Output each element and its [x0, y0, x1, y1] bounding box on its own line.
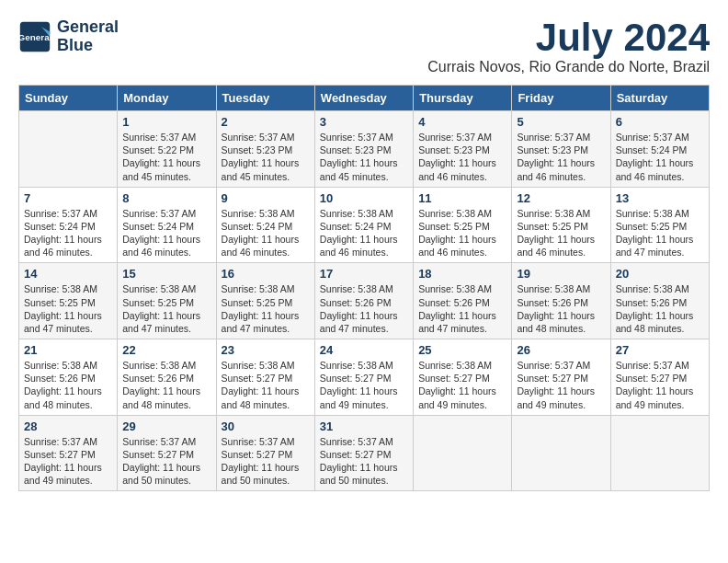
day-number: 1 — [122, 115, 210, 129]
day-info: Sunrise: 5:38 AM Sunset: 5:25 PM Dayligh… — [418, 207, 506, 259]
day-number: 29 — [122, 419, 210, 433]
calendar-cell — [19, 111, 118, 188]
calendar-cell: 8Sunrise: 5:37 AM Sunset: 5:24 PM Daylig… — [118, 187, 216, 263]
calendar-cell: 28Sunrise: 5:37 AM Sunset: 5:27 PM Dayli… — [19, 415, 118, 491]
day-info: Sunrise: 5:37 AM Sunset: 5:23 PM Dayligh… — [320, 131, 408, 183]
day-info: Sunrise: 5:38 AM Sunset: 5:26 PM Dayligh… — [320, 282, 408, 335]
calendar-cell: 2Sunrise: 5:37 AM Sunset: 5:23 PM Daylig… — [216, 111, 314, 188]
calendar-cell: 26Sunrise: 5:37 AM Sunset: 5:27 PM Dayli… — [512, 339, 610, 416]
day-info: Sunrise: 5:37 AM Sunset: 5:23 PM Dayligh… — [517, 131, 605, 183]
day-info: Sunrise: 5:37 AM Sunset: 5:24 PM Dayligh… — [24, 207, 112, 259]
calendar-cell: 11Sunrise: 5:38 AM Sunset: 5:25 PM Dayli… — [414, 187, 512, 263]
calendar-cell: 15Sunrise: 5:38 AM Sunset: 5:25 PM Dayli… — [118, 263, 216, 339]
day-info: Sunrise: 5:38 AM Sunset: 5:25 PM Dayligh… — [616, 207, 704, 259]
weekday-header: Monday — [118, 86, 216, 111]
day-info: Sunrise: 5:38 AM Sunset: 5:27 PM Dayligh… — [222, 359, 310, 411]
day-number: 7 — [24, 191, 112, 205]
calendar-cell: 7Sunrise: 5:37 AM Sunset: 5:24 PM Daylig… — [19, 187, 118, 263]
day-number: 11 — [418, 191, 506, 205]
day-number: 18 — [418, 267, 506, 281]
calendar-cell — [610, 415, 709, 491]
day-number: 10 — [320, 191, 408, 205]
calendar-cell: 9Sunrise: 5:38 AM Sunset: 5:24 PM Daylig… — [216, 187, 314, 263]
weekday-header: Wednesday — [314, 86, 413, 111]
day-info: Sunrise: 5:37 AM Sunset: 5:27 PM Dayligh… — [122, 435, 210, 488]
day-number: 4 — [418, 115, 506, 129]
calendar-cell: 12Sunrise: 5:38 AM Sunset: 5:25 PM Dayli… — [512, 187, 610, 263]
calendar-cell: 29Sunrise: 5:37 AM Sunset: 5:27 PM Dayli… — [118, 415, 216, 491]
day-info: Sunrise: 5:37 AM Sunset: 5:27 PM Dayligh… — [222, 435, 310, 488]
location-title: Currais Novos, Rio Grande do Norte, Braz… — [427, 59, 710, 75]
day-number: 20 — [616, 267, 704, 281]
weekday-header: Friday — [512, 86, 610, 111]
day-info: Sunrise: 5:37 AM Sunset: 5:24 PM Dayligh… — [122, 207, 210, 259]
calendar-cell: 23Sunrise: 5:38 AM Sunset: 5:27 PM Dayli… — [216, 339, 314, 416]
day-number: 15 — [122, 267, 210, 281]
weekday-header: Saturday — [610, 86, 709, 111]
day-info: Sunrise: 5:38 AM Sunset: 5:25 PM Dayligh… — [122, 282, 210, 335]
calendar-cell: 25Sunrise: 5:38 AM Sunset: 5:27 PM Dayli… — [414, 339, 512, 416]
day-info: Sunrise: 5:38 AM Sunset: 5:25 PM Dayligh… — [517, 207, 605, 259]
calendar-cell: 16Sunrise: 5:38 AM Sunset: 5:25 PM Dayli… — [216, 263, 314, 339]
day-info: Sunrise: 5:38 AM Sunset: 5:26 PM Dayligh… — [517, 282, 605, 335]
calendar-cell: 13Sunrise: 5:38 AM Sunset: 5:25 PM Dayli… — [610, 187, 709, 263]
day-info: Sunrise: 5:38 AM Sunset: 5:25 PM Dayligh… — [222, 282, 310, 335]
logo-icon: General — [18, 20, 51, 53]
day-number: 25 — [418, 343, 506, 357]
day-info: Sunrise: 5:38 AM Sunset: 5:26 PM Dayligh… — [24, 359, 112, 411]
day-number: 5 — [517, 115, 605, 129]
day-number: 17 — [320, 267, 408, 281]
calendar-cell: 6Sunrise: 5:37 AM Sunset: 5:24 PM Daylig… — [610, 111, 709, 188]
day-info: Sunrise: 5:37 AM Sunset: 5:24 PM Dayligh… — [616, 131, 704, 183]
calendar-cell: 18Sunrise: 5:38 AM Sunset: 5:26 PM Dayli… — [414, 263, 512, 339]
day-number: 23 — [222, 343, 310, 357]
day-number: 31 — [320, 419, 408, 433]
calendar-cell: 14Sunrise: 5:38 AM Sunset: 5:25 PM Dayli… — [19, 263, 118, 339]
day-number: 14 — [24, 267, 112, 281]
day-info: Sunrise: 5:38 AM Sunset: 5:26 PM Dayligh… — [418, 282, 506, 335]
day-info: Sunrise: 5:37 AM Sunset: 5:27 PM Dayligh… — [616, 359, 704, 411]
day-number: 9 — [222, 191, 310, 205]
month-title: July 2024 — [427, 18, 710, 57]
day-number: 21 — [24, 343, 112, 357]
calendar-cell: 27Sunrise: 5:37 AM Sunset: 5:27 PM Dayli… — [610, 339, 709, 416]
day-number: 22 — [122, 343, 210, 357]
day-info: Sunrise: 5:38 AM Sunset: 5:26 PM Dayligh… — [616, 282, 704, 335]
weekday-header: Thursday — [414, 86, 512, 111]
calendar-table: SundayMondayTuesdayWednesdayThursdayFrid… — [18, 85, 710, 491]
day-info: Sunrise: 5:37 AM Sunset: 5:27 PM Dayligh… — [320, 435, 408, 488]
calendar-cell — [414, 415, 512, 491]
day-info: Sunrise: 5:38 AM Sunset: 5:25 PM Dayligh… — [24, 282, 112, 335]
logo-text: General Blue — [57, 18, 119, 55]
day-info: Sunrise: 5:37 AM Sunset: 5:22 PM Dayligh… — [122, 131, 210, 183]
calendar-cell: 17Sunrise: 5:38 AM Sunset: 5:26 PM Dayli… — [314, 263, 413, 339]
calendar-cell: 5Sunrise: 5:37 AM Sunset: 5:23 PM Daylig… — [512, 111, 610, 188]
day-number: 8 — [122, 191, 210, 205]
calendar-cell: 31Sunrise: 5:37 AM Sunset: 5:27 PM Dayli… — [314, 415, 413, 491]
day-info: Sunrise: 5:37 AM Sunset: 5:23 PM Dayligh… — [222, 131, 310, 183]
calendar-cell: 19Sunrise: 5:38 AM Sunset: 5:26 PM Dayli… — [512, 263, 610, 339]
calendar-cell: 21Sunrise: 5:38 AM Sunset: 5:26 PM Dayli… — [19, 339, 118, 416]
calendar-cell: 4Sunrise: 5:37 AM Sunset: 5:23 PM Daylig… — [414, 111, 512, 188]
day-info: Sunrise: 5:38 AM Sunset: 5:26 PM Dayligh… — [122, 359, 210, 411]
day-number: 6 — [616, 115, 704, 129]
day-info: Sunrise: 5:38 AM Sunset: 5:24 PM Dayligh… — [320, 207, 408, 259]
day-number: 27 — [616, 343, 704, 357]
calendar-cell: 20Sunrise: 5:38 AM Sunset: 5:26 PM Dayli… — [610, 263, 709, 339]
svg-text:General: General — [18, 31, 51, 41]
weekday-header: Sunday — [19, 86, 118, 111]
day-info: Sunrise: 5:38 AM Sunset: 5:24 PM Dayligh… — [222, 207, 310, 259]
day-info: Sunrise: 5:38 AM Sunset: 5:27 PM Dayligh… — [320, 359, 408, 411]
day-info: Sunrise: 5:37 AM Sunset: 5:27 PM Dayligh… — [24, 435, 112, 488]
day-number: 16 — [222, 267, 310, 281]
calendar-cell: 22Sunrise: 5:38 AM Sunset: 5:26 PM Dayli… — [118, 339, 216, 416]
calendar-cell: 10Sunrise: 5:38 AM Sunset: 5:24 PM Dayli… — [314, 187, 413, 263]
day-number: 13 — [616, 191, 704, 205]
weekday-header: Tuesday — [216, 86, 314, 111]
day-number: 19 — [517, 267, 605, 281]
calendar-cell: 3Sunrise: 5:37 AM Sunset: 5:23 PM Daylig… — [314, 111, 413, 188]
calendar-cell: 1Sunrise: 5:37 AM Sunset: 5:22 PM Daylig… — [118, 111, 216, 188]
day-info: Sunrise: 5:37 AM Sunset: 5:27 PM Dayligh… — [517, 359, 605, 411]
logo: General General Blue — [18, 18, 119, 55]
page-header: General General Blue July 2024 Currais N… — [18, 18, 710, 75]
